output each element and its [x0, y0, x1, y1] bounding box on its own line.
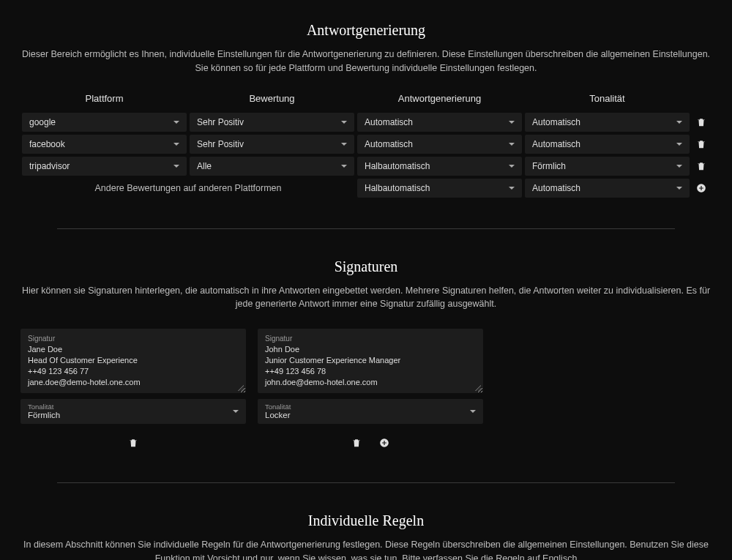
chevron-down-icon — [676, 165, 682, 168]
select-value: Förmlich — [28, 411, 239, 419]
section-title: Signaturen — [20, 258, 712, 275]
chevron-down-icon — [509, 143, 515, 146]
trash-icon — [696, 139, 706, 149]
signature-text: John Doe Junior Customer Experience Mana… — [265, 344, 476, 387]
field-label: Signatur — [28, 335, 239, 343]
section-description: Hier können sie Signaturen hinterlegen, … — [20, 284, 712, 312]
select-value: Automatisch — [532, 117, 580, 127]
signature-card: Signatur Jane Doe Head Of Customer Exper… — [20, 329, 246, 453]
platform-select[interactable]: tripadvisor — [22, 157, 187, 176]
field-label: Tonalität — [28, 403, 239, 411]
signature-textarea[interactable]: Signatur Jane Doe Head Of Customer Exper… — [20, 329, 246, 393]
signature-tonality-select[interactable]: Tonalität Locker — [258, 399, 483, 424]
section-title: Antwortgenerierung — [20, 22, 712, 39]
tonality-select[interactable]: Förmlich — [525, 157, 690, 176]
select-value: Locker — [265, 411, 476, 419]
select-value: tripadvisor — [29, 161, 70, 171]
chevron-down-icon — [509, 187, 515, 190]
tonality-select[interactable]: Automatisch — [525, 113, 690, 132]
col-header-generation: Antwortgenerierung — [356, 93, 523, 111]
chevron-down-icon — [676, 121, 682, 124]
platform-select[interactable]: facebook — [22, 135, 187, 154]
section-title: Individuelle Regeln — [20, 512, 712, 529]
select-value: google — [29, 117, 56, 127]
select-value: Automatisch — [532, 183, 580, 193]
select-value: Halbautomatisch — [365, 161, 430, 171]
col-header-tonality: Tonalität — [523, 93, 691, 111]
section-description: In diesem Abschnitt können Sie individue… — [20, 538, 712, 560]
signatures-section: Signaturen Hier können sie Signaturen hi… — [20, 258, 712, 454]
field-label: Tonalität — [265, 403, 476, 411]
trash-icon — [696, 117, 706, 127]
select-value: Automatisch — [365, 117, 413, 127]
select-value: Alle — [197, 161, 212, 171]
signature-tonality-select[interactable]: Tonalität Förmlich — [20, 399, 246, 424]
signatures-row: Signatur Jane Doe Head Of Customer Exper… — [20, 329, 712, 453]
select-value: Automatisch — [365, 139, 413, 149]
select-value: Sehr Positiv — [197, 139, 244, 149]
chevron-down-icon — [233, 410, 239, 413]
section-divider — [57, 482, 675, 483]
chevron-down-icon — [509, 165, 515, 168]
select-value: Sehr Positiv — [197, 117, 244, 127]
col-header-platform: Plattform — [20, 93, 188, 111]
rating-select[interactable]: Sehr Positiv — [190, 135, 354, 154]
chevron-down-icon — [341, 121, 347, 124]
signature-textarea[interactable]: Signatur John Doe Junior Customer Experi… — [258, 329, 483, 393]
generation-select[interactable]: Automatisch — [357, 113, 522, 132]
signature-card: Signatur John Doe Junior Customer Experi… — [258, 329, 483, 453]
field-label: Signatur — [265, 335, 476, 343]
trash-icon — [351, 438, 362, 448]
chevron-down-icon — [509, 121, 515, 124]
plus-circle-icon — [696, 183, 706, 193]
chevron-down-icon — [341, 165, 347, 168]
trash-icon — [696, 161, 706, 171]
select-value: Halbautomatisch — [365, 183, 430, 193]
plus-circle-icon — [379, 438, 389, 448]
response-gen-grid: Plattform Bewertung Antwortgenerierung T… — [20, 93, 712, 199]
generation-select[interactable]: Halbautomatisch — [357, 179, 522, 198]
chevron-down-icon — [341, 143, 347, 146]
default-row-label: Andere Bewertungen auf anderen Plattform… — [20, 179, 356, 198]
delete-signature-button[interactable] — [123, 433, 143, 453]
tonality-select[interactable]: Automatisch — [525, 179, 690, 198]
chevron-down-icon — [470, 410, 476, 413]
delete-row-button[interactable] — [691, 156, 712, 176]
delete-row-button[interactable] — [691, 112, 712, 132]
chevron-down-icon — [676, 187, 682, 190]
select-value: Automatisch — [532, 139, 580, 149]
delete-signature-button[interactable] — [346, 433, 367, 453]
chevron-down-icon — [173, 143, 179, 146]
chevron-down-icon — [676, 143, 682, 146]
tonality-select[interactable]: Automatisch — [525, 135, 690, 154]
platform-select[interactable]: google — [22, 113, 187, 132]
rating-select[interactable]: Alle — [190, 157, 354, 176]
generation-select[interactable]: Automatisch — [357, 135, 522, 154]
add-row-button[interactable] — [691, 178, 712, 198]
rating-select[interactable]: Sehr Positiv — [190, 113, 354, 132]
response-generation-section: Antwortgenerierung Dieser Bereich ermögl… — [20, 22, 712, 199]
individual-rules-section: Individuelle Regeln In diesem Abschnitt … — [20, 512, 712, 560]
section-divider — [57, 228, 675, 229]
col-header-rating: Bewertung — [188, 93, 356, 111]
signature-text: Jane Doe Head Of Customer Experience ++4… — [28, 344, 239, 387]
generation-select[interactable]: Halbautomatisch — [357, 157, 522, 176]
section-description: Dieser Bereich ermöglicht es Ihnen, indi… — [20, 48, 712, 75]
select-value: facebook — [29, 139, 65, 149]
trash-icon — [128, 438, 138, 448]
delete-row-button[interactable] — [691, 134, 712, 154]
add-signature-button[interactable] — [374, 433, 395, 453]
chevron-down-icon — [173, 165, 179, 168]
chevron-down-icon — [173, 121, 179, 124]
select-value: Förmlich — [532, 161, 566, 171]
